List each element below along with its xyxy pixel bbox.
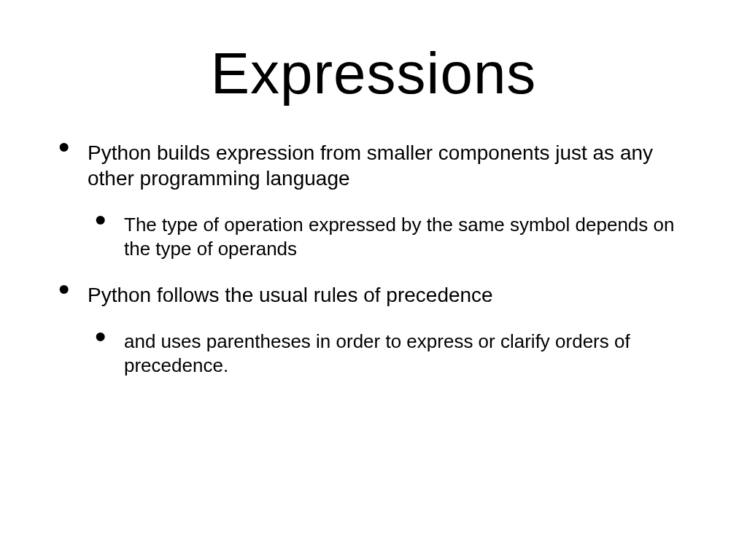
list-item: Python follows the usual rules of preced…	[51, 282, 696, 377]
bullet-list: Python builds expression from smaller co…	[51, 140, 696, 377]
sub-bullet-list: and uses parentheses in order to express…	[88, 330, 696, 377]
sub-bullet-text: The type of operation expressed by the s…	[124, 214, 674, 260]
bullet-text: Python builds expression from smaller co…	[88, 141, 653, 190]
list-item: The type of operation expressed by the s…	[88, 213, 696, 260]
list-item: and uses parentheses in order to express…	[88, 330, 696, 377]
sub-bullet-text: and uses parentheses in order to express…	[124, 330, 630, 376]
list-item: Python builds expression from smaller co…	[51, 140, 696, 260]
slide-title: Expressions	[51, 40, 696, 107]
sub-bullet-list: The type of operation expressed by the s…	[88, 213, 696, 260]
bullet-text: Python follows the usual rules of preced…	[88, 284, 493, 306]
slide-container: Expressions Python builds expression fro…	[0, 0, 747, 560]
